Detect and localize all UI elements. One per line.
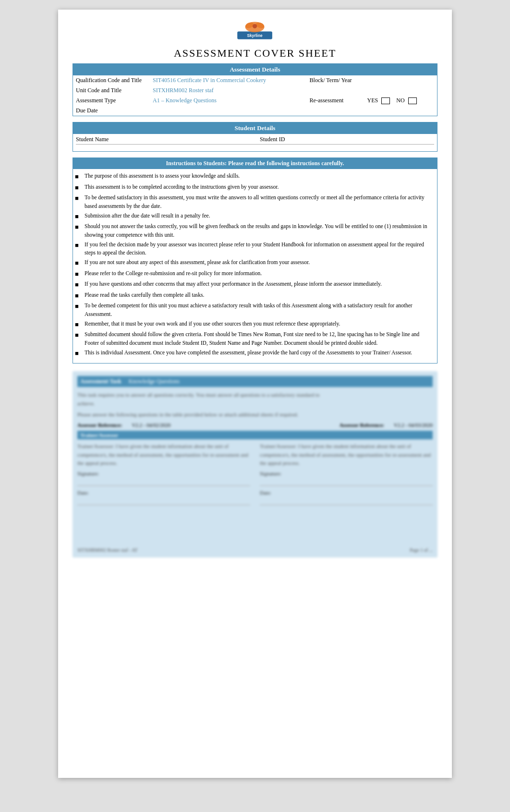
blurred-desc-text-3: Please answer the following questions in… [77, 412, 298, 417]
blurred-assessor-value-2: V2.2 - 04/03/2020 [394, 422, 433, 428]
yes-label: YES [367, 97, 378, 104]
blurred-assessor-label-2: Assessor Reference: [340, 422, 384, 428]
blurred-sig-label-2: Signature: [260, 471, 433, 476]
unit-code-label: Unit Code and Title [73, 85, 150, 96]
blurred-assessor-label-1: Assessor Reference: [77, 422, 122, 428]
blurred-col-1: Trainer/Assessor: I have given the stude… [77, 442, 250, 509]
student-id-label: Student ID [260, 136, 285, 143]
no-label: NO [396, 97, 404, 104]
bullet-icon: ■ [75, 280, 82, 290]
instruction-text-8: Please refer to the College re-submissio… [85, 269, 262, 279]
blurred-two-col: Trainer/Assessor: I have given the stude… [77, 442, 433, 509]
assessment-details-section: Assessment Details Qualification Code an… [73, 63, 437, 116]
reassessment-label: Re-assessment [307, 96, 364, 106]
logo-icon: Skyrline [229, 19, 281, 43]
no-checkbox[interactable] [408, 97, 417, 104]
instruction-5: ■Should you not answer the tasks correct… [75, 222, 435, 239]
instruction-1: ■The purpose of this assessment is to as… [75, 172, 435, 182]
student-details-header: Student Details [73, 122, 437, 134]
instruction-text-6: If you feel the decision made by your as… [85, 241, 435, 257]
blurred-footer: SITXHRM002 Roster staf - AT Page 1 of ..… [77, 547, 433, 553]
table-row: Qualification Code and Title SIT40516 Ce… [73, 75, 437, 85]
instruction-14: ■This is individual Assessment. Once you… [75, 349, 435, 358]
instruction-text-10: Please read the tasks carefully then com… [85, 291, 204, 301]
instruction-text-3: To be deemed satisfactory in this assess… [85, 194, 435, 210]
assessment-type-value: A1 – Knowledge Questions [150, 96, 307, 106]
instruction-text-4: Submission after the due date will resul… [85, 212, 210, 221]
blurred-inner-header: Trainer/Assessor [77, 431, 433, 439]
due-date-value [150, 106, 437, 116]
student-name-label: Student Name [76, 136, 109, 143]
blurred-date-value-2 [260, 497, 433, 505]
blurred-task-type: Knowledge Questions [129, 378, 180, 385]
blurred-sig-value-2 [260, 478, 433, 486]
page-title: ASSESSMENT COVER SHEET [73, 47, 437, 60]
table-row: Assessment Type A1 – Knowledge Questions… [73, 96, 437, 106]
instruction-2: ■This assessment is to be completed acco… [75, 183, 435, 193]
instruction-text-7: If you are not sure about any aspect of … [85, 258, 310, 268]
yes-checkbox[interactable] [381, 97, 390, 104]
blurred-header-label: Assessment Task [80, 378, 121, 385]
assessment-details-table: Qualification Code and Title SIT40516 Ce… [73, 75, 437, 116]
blurred-trainer-text-2: Trainer/Assessor: I have given the stude… [260, 442, 433, 468]
bullet-icon: ■ [75, 302, 82, 318]
blurred-date-label-2: Date: [260, 490, 433, 496]
assessment-details-header: Assessment Details [73, 64, 437, 75]
instruction-10: ■Please read the tasks carefully then co… [75, 291, 435, 301]
bullet-icon: ■ [75, 241, 82, 257]
blurred-desc-3: Please answer the following questions in… [77, 411, 433, 419]
bullet-icon: ■ [75, 291, 82, 301]
blurred-date-value-1 [77, 497, 250, 505]
qualification-label: Qualification Code and Title [73, 75, 150, 85]
instruction-text-9: If you have questions and other concerns… [85, 280, 382, 290]
blurred-date-label-1: Date: [77, 490, 250, 496]
instruction-9: ■If you have questions and other concern… [75, 280, 435, 290]
bullet-icon: ■ [75, 330, 82, 347]
instruction-text-13: Submitted document should follow the giv… [85, 330, 435, 347]
blurred-section: Assessment Task Knowledge Questions This… [73, 371, 437, 557]
page: Skyrline ASSESSMENT COVER SHEET Assessme… [58, 10, 452, 778]
block-term-year-label: Block/ Term/ Year [307, 75, 364, 85]
blurred-footer-left: SITXHRM002 Roster staf - AT [77, 547, 138, 553]
qualification-value: SIT40516 Certificate IV in Commercial Co… [150, 75, 307, 85]
blurred-desc-text-1: This task requires you to answer all que… [77, 392, 320, 398]
instruction-text-11: To be deemed competent for this unit you… [85, 302, 435, 318]
instruction-11: ■To be deemed competent for this unit yo… [75, 302, 435, 318]
blurred-sig-label-1: Signature: [77, 471, 250, 476]
bullet-icon: ■ [75, 269, 82, 279]
blurred-trainer-text-1: Trainer/Assessor: I have given the stude… [77, 442, 250, 468]
block-term-year-value [364, 75, 437, 85]
bullet-icon: ■ [75, 258, 82, 268]
instructions-text: ■The purpose of this assessment is to as… [73, 172, 437, 358]
instruction-text-14: This is individual Assessment. Once you … [85, 349, 412, 358]
due-date-label: Due Date [73, 106, 150, 116]
assessment-type-label: Assessment Type [73, 96, 150, 106]
blurred-header-1: Assessment Task Knowledge Questions [77, 376, 433, 387]
table-row: Unit Code and Title SITXHRM002 Roster st… [73, 85, 437, 96]
bullet-icon: ■ [75, 212, 82, 221]
blurred-sig-value-1 [77, 478, 250, 486]
instruction-3: ■To be deemed satisfactory in this asses… [75, 194, 435, 210]
instruction-text-12: Remember, that it must be your own work … [85, 320, 340, 329]
bullet-icon: ■ [75, 194, 82, 210]
instruction-text-2: This assessment is to be completed accor… [85, 183, 279, 193]
student-id-area: Student ID [250, 136, 434, 145]
instruction-13: ■Submitted document should follow the gi… [75, 330, 435, 347]
instruction-7: ■If you are not sure about any aspect of… [75, 258, 435, 268]
instruction-6: ■If you feel the decision made by your a… [75, 241, 435, 257]
bullet-icon: ■ [75, 222, 82, 239]
blurred-col-2: Trainer/Assessor: I have given the stude… [260, 442, 433, 509]
student-details-section: Student Details Student Name Student ID [73, 122, 437, 152]
unit-code-value: SITXHRM002 Roster staf [150, 85, 437, 96]
yes-no-cell: YES NO [364, 96, 437, 106]
table-row: Due Date [73, 106, 437, 116]
instruction-12: ■Remember, that it must be your own work… [75, 320, 435, 329]
student-row: Student Name Student ID [73, 134, 437, 146]
instructions-section: Instructions to Students: Please read th… [73, 158, 437, 364]
blurred-desc-text-2: achieve. [77, 400, 95, 406]
instruction-text-1: The purpose of this assessment is to ass… [85, 172, 240, 182]
bullet-icon: ■ [75, 172, 82, 182]
svg-point-5 [253, 24, 257, 28]
blurred-assessor-value-1: V2.2 - 04/02/2020 [132, 422, 170, 428]
bullet-icon: ■ [75, 349, 82, 358]
